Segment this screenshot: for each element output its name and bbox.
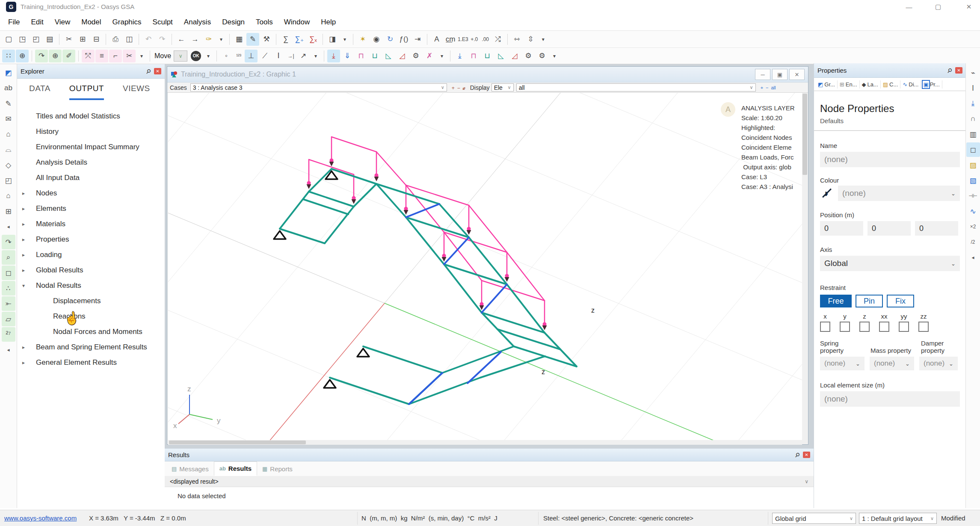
results-close-icon[interactable]: ✕ [803, 452, 810, 458]
decrease-decimals-icon[interactable]: .00 [480, 33, 491, 46]
menu-item-analysis[interactable]: Analysis [178, 14, 216, 31]
name-field[interactable]: (none) [820, 152, 960, 167]
tree-item-environmental-impact-summary[interactable]: Environmental Impact Summary [17, 139, 165, 155]
explorer-close-icon[interactable]: ✕ [154, 68, 161, 74]
sketch-icon-icon[interactable]: ✎ [2, 96, 15, 111]
annotate-icon-icon[interactable]: ab [2, 81, 15, 95]
new-file-icon[interactable]: ▢ [2, 33, 15, 46]
sculpt-edit-icon[interactable]: ✎ [246, 33, 259, 46]
menu-item-file[interactable]: File [3, 14, 25, 31]
tree-item-elements[interactable]: ▸Elements [17, 201, 165, 216]
restraint-fix-button[interactable]: Fix [887, 295, 914, 307]
ok-more-icon[interactable]: ▾ [203, 50, 213, 62]
damper-property-select[interactable]: (none)⌄ [919, 357, 958, 370]
zoom-icon-icon[interactable]: ⌕ [2, 250, 15, 265]
properties-tab-pr[interactable]: ▣Pr... [921, 80, 942, 89]
results-tab-reports[interactable]: ▦Reports [257, 461, 298, 476]
properties-tab-la[interactable]: ◆La... [860, 80, 881, 89]
restraint-free-button[interactable]: Free [820, 295, 852, 307]
analyse-icon[interactable]: ∑ [279, 33, 292, 46]
analyse-add-icon[interactable]: ∑₊ [293, 33, 306, 46]
displayed-result-bar[interactable]: <displayed result> ∨ [165, 476, 814, 487]
numbering-icon-icon[interactable]: ²⁷ [2, 327, 15, 342]
scale-up-icon-icon[interactable]: ×2 [966, 219, 980, 234]
node-numbers-icon[interactable]: ¹²³ [234, 50, 244, 62]
tree-item-beam-and-spring-element-results[interactable]: ▸Beam and Spring Element Results [17, 340, 165, 355]
axis-select[interactable]: Global ⌄ [820, 256, 960, 271]
menu-item-window[interactable]: Window [278, 14, 315, 31]
graphic-window-titlebar[interactable]: Training_Introduction_Ex2 : Graphic 1 ─ … [167, 67, 808, 83]
tab-data[interactable]: DATA [29, 84, 50, 98]
load-settings-icon[interactable]: ⚙ [409, 50, 422, 62]
new-model-icon-icon[interactable]: ◩ [2, 65, 15, 80]
move-axes-icon[interactable]: ⤱ [82, 50, 95, 62]
collapse-arrow-icon[interactable]: ▸ [17, 252, 30, 258]
scrollbar-thumb[interactable] [802, 94, 807, 175]
copy-icon[interactable]: ⊞ [76, 33, 89, 46]
font-icon[interactable]: A [430, 33, 443, 46]
wizard-icon[interactable]: ✶ [356, 33, 369, 46]
canvas-vertical-scrollbar[interactable] [802, 93, 808, 440]
collapse-arrow-icon[interactable]: ▸ [17, 221, 30, 227]
collapse-arrow-icon[interactable]: ▸ [17, 206, 30, 212]
result-reactions-icon[interactable]: ⊓ [467, 50, 480, 62]
graphic-close-button[interactable]: ✕ [789, 69, 805, 80]
colour-select[interactable]: (none) ⌄ [838, 186, 960, 201]
sculpt-more-icon[interactable]: ▾ [136, 50, 147, 62]
restraint-pin-button[interactable]: Pin [856, 295, 883, 307]
result-forces-icon[interactable]: ⊔ [481, 50, 494, 62]
tree-item-loading[interactable]: ▸Loading [17, 247, 165, 263]
curve-icon-icon[interactable]: ∿ [966, 204, 980, 219]
collapse-right-icon-icon[interactable]: ◂ [966, 250, 980, 265]
polyline-icon-icon[interactable]: ∩ [966, 112, 980, 126]
results-tab-messages[interactable]: ▤Messages [166, 461, 214, 476]
case-adjust-icon[interactable]: + [452, 85, 455, 91]
shear-diagram-icon[interactable]: ◺ [382, 50, 395, 62]
tab-output[interactable]: OUTPUT [69, 84, 104, 100]
spacing-icon[interactable]: ⇳ [524, 33, 537, 46]
result-shear-icon[interactable]: ◺ [494, 50, 507, 62]
frame-icon-icon[interactable]: ⌂ [2, 189, 15, 203]
beam-loads-icon[interactable]: ⇓ [341, 50, 354, 62]
result-displacements-icon[interactable]: ⤓ [453, 50, 466, 62]
properties-tab-gr[interactable]: ◩Gr... [816, 80, 838, 89]
tree-item-nodes[interactable]: ▸Nodes [17, 186, 165, 201]
tree-item-titles-and-model-statistics[interactable]: Titles and Model Statistics [17, 109, 165, 124]
dof-checkbox-y[interactable] [840, 322, 850, 332]
print-icon[interactable]: ⎙ [109, 33, 122, 46]
label-more-icon[interactable]: ▾ [311, 50, 321, 62]
case-adjust-icon[interactable]: − [457, 85, 460, 91]
menu-item-edit[interactable]: Edit [25, 14, 49, 31]
position-input-y[interactable]: 0 [867, 221, 911, 236]
minimize-button[interactable]: — [899, 0, 919, 14]
dof-checkbox-x[interactable] [820, 322, 830, 332]
result-more-icon[interactable]: ▾ [549, 50, 560, 62]
releases-icon[interactable]: →| [286, 50, 296, 62]
grid-move-icon-icon[interactable]: ⊞ [2, 204, 15, 219]
local-size-field[interactable]: (none) [820, 391, 960, 407]
scrollbar-thumb[interactable] [169, 440, 306, 444]
tree-item-history[interactable]: History [17, 124, 165, 139]
tree-item-general-element-results[interactable]: ▸General Element Results [17, 355, 165, 370]
menu-item-help[interactable]: Help [315, 14, 341, 31]
clear-loads-icon[interactable]: ✗ [423, 50, 436, 62]
collapse-icon-icon[interactable]: ◂ [2, 219, 15, 234]
add-node-icon[interactable]: ⊕ [49, 50, 62, 62]
spring-property-select[interactable]: (none)⌄ [820, 357, 865, 370]
dof-checkbox-xx[interactable] [879, 322, 889, 332]
more-icon[interactable]: ▾ [216, 33, 226, 46]
import-icon-icon[interactable]: ⤓ [966, 96, 980, 111]
graph-settings-icon-icon[interactable]: ▧ [966, 173, 980, 188]
axes-display-icon[interactable]: ⤮ [491, 33, 504, 46]
result-settings-x-icon[interactable]: ⚙ [522, 50, 535, 62]
results-tab-results[interactable]: abResults [214, 461, 257, 476]
select-nodes-icon-icon[interactable]: ∴ [2, 281, 15, 296]
polygon-select-icon-icon[interactable]: ▱ [2, 312, 15, 326]
tools-icon[interactable]: ⚒ [260, 33, 273, 46]
find-icon[interactable]: ◉ [370, 33, 383, 46]
grid-layout-select[interactable]: 1 : Default grid layout ∨ [859, 513, 937, 524]
collapse-arrow-icon[interactable]: ▸ [17, 344, 30, 350]
units-icon[interactable]: c͟m [444, 33, 457, 46]
menu-item-tools[interactable]: Tools [250, 14, 278, 31]
properties-close-icon[interactable]: ✕ [955, 67, 962, 74]
